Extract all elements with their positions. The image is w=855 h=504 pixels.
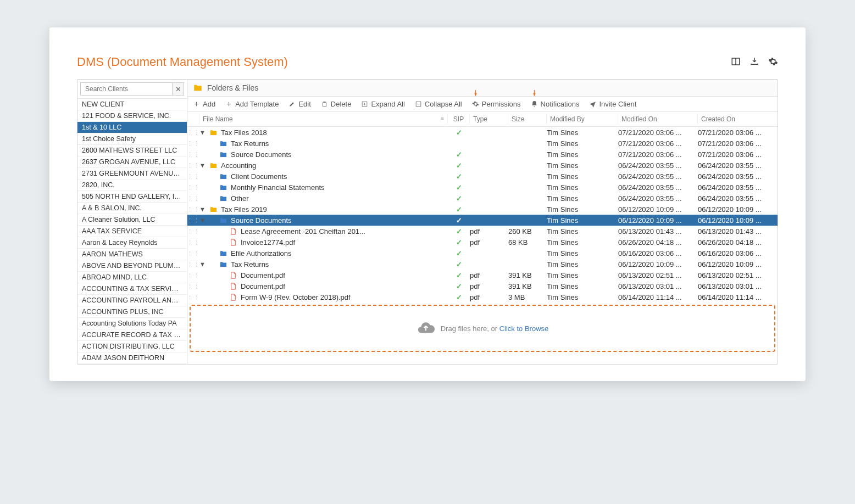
expand-toggle[interactable]: ▼ <box>199 261 209 267</box>
drag-handle-icon[interactable]: ⋮⋮ <box>187 206 199 213</box>
delete-button[interactable]: Delete <box>321 100 352 108</box>
sip-indicator: ✓ <box>448 183 470 192</box>
table-row[interactable]: ⋮⋮Source Documents✓Tim Sines07/21/2020 0… <box>187 149 778 160</box>
download-icon[interactable] <box>749 57 759 68</box>
file-name-cell: Tax Files 2019 <box>209 205 448 214</box>
client-item[interactable]: ACCOUNTING & TAX SERVICES <box>77 283 187 295</box>
clear-search-icon[interactable]: ✕ <box>173 82 184 96</box>
table-row[interactable]: ⋮⋮▼Tax Files 2018✓Tim Sines07/21/2020 03… <box>187 127 778 138</box>
client-item[interactable]: 121 FOOD & SERVICE, INC. <box>77 110 187 122</box>
expand-toggle[interactable]: ▼ <box>199 206 209 212</box>
file-name-cell: Accounting <box>209 161 448 170</box>
client-item[interactable]: Aaron & Lacey Reynolds <box>77 237 187 249</box>
notifications-button[interactable]: Notifications <box>531 100 580 108</box>
file-name-cell: Source Documents <box>209 216 448 225</box>
table-row[interactable]: ⋮⋮Form W-9 (Rev. October 2018).pdf✓pdf3 … <box>187 292 778 303</box>
client-item[interactable]: ABROAD MIND, LLC <box>77 272 187 283</box>
client-item[interactable]: 1st & 10 LLC <box>77 122 187 133</box>
drag-handle-icon[interactable]: ⋮⋮ <box>187 272 199 279</box>
table-row[interactable]: ⋮⋮▼Tax Files 2019✓Tim Sines06/12/2020 10… <box>187 204 778 215</box>
table-row[interactable]: ⋮⋮Efile Authorizations✓Tim Sines06/16/20… <box>187 248 778 259</box>
permissions-button[interactable]: Permissions <box>472 100 521 108</box>
drag-handle-icon[interactable]: ⋮⋮ <box>187 195 199 202</box>
client-item[interactable]: 2600 MATHEWS STREET LLC <box>77 145 187 156</box>
sort-icon[interactable]: ≡ <box>441 115 444 123</box>
collapse-all-button[interactable]: Collapse All <box>415 100 462 108</box>
search-input[interactable] <box>80 82 173 96</box>
client-item[interactable]: 2820, INC. <box>77 180 187 191</box>
modified-on-cell: 06/12/2020 10:09 ... <box>618 260 698 268</box>
expand-toggle[interactable]: ▼ <box>199 129 209 136</box>
col-modified-by[interactable]: Modified By <box>547 114 618 124</box>
sip-indicator: ✓ <box>448 172 470 181</box>
client-item[interactable]: 1st Choice Safety <box>77 133 187 145</box>
table-row[interactable]: ⋮⋮▼Tax Returns✓Tim Sines06/12/2020 10:09… <box>187 259 778 270</box>
client-item[interactable]: ACTION DISTRIBUTING, LLC <box>77 341 187 352</box>
col-type[interactable]: Type <box>470 114 508 124</box>
table-row[interactable]: ⋮⋮Invoice12774.pdf✓pdf68 KBTim Sines06/2… <box>187 237 778 248</box>
client-item[interactable]: AARON MATHEWS <box>77 249 187 260</box>
table-row[interactable]: ⋮⋮Lease Agreeement -201 Cheiftan 201...✓… <box>187 226 778 237</box>
table-row[interactable]: ⋮⋮Client Documents✓Tim Sines06/24/2020 0… <box>187 171 778 182</box>
invite-client-button[interactable]: Invite Client <box>589 100 636 108</box>
drag-handle-icon[interactable]: ⋮⋮ <box>187 228 199 235</box>
client-item[interactable]: 2731 GREENMOUNT AVENUE LLC <box>77 168 187 180</box>
drag-handle-icon[interactable]: ⋮⋮ <box>187 162 199 169</box>
client-item[interactable]: ACCOUNTING PLUS, INC <box>77 306 187 318</box>
drag-handle-icon[interactable]: ⋮⋮ <box>187 217 199 224</box>
table-row[interactable]: ⋮⋮Monthly Financial Statements✓Tim Sines… <box>187 182 778 193</box>
client-list[interactable]: NEW CLIENT121 FOOD & SERVICE, INC.1st & … <box>77 99 187 364</box>
table-row[interactable]: ⋮⋮Document.pdf✓pdf391 KBTim Sines06/13/2… <box>187 281 778 292</box>
client-item[interactable]: ACCURATE RECORD & TAX SERVICE <box>77 329 187 341</box>
header-icons <box>731 57 778 68</box>
panel-toggle-icon[interactable] <box>731 57 741 68</box>
col-sip[interactable]: SIP <box>448 114 470 124</box>
client-item[interactable]: 505 NORTH END GALLERY, INC <box>77 191 187 203</box>
drag-handle-icon[interactable]: ⋮⋮ <box>187 151 199 158</box>
table-row[interactable]: ⋮⋮▼Accounting✓Tim Sines06/24/2020 03:55 … <box>187 160 778 171</box>
sip-indicator: ✓ <box>448 293 470 301</box>
client-sidebar: ✕ NEW CLIENT121 FOOD & SERVICE, INC.1st … <box>77 80 187 364</box>
client-item[interactable]: A Cleaner Solution, LLC <box>77 214 187 226</box>
type-cell: pdf <box>470 271 508 279</box>
expand-toggle[interactable]: ▼ <box>199 162 209 169</box>
dropzone[interactable]: Drag files here, or Click to Browse <box>190 305 775 352</box>
col-modified-on[interactable]: Modified On <box>618 114 698 124</box>
drag-handle-icon[interactable]: ⋮⋮ <box>187 283 199 290</box>
table-row[interactable]: ⋮⋮Document.pdf✓pdf391 KBTim Sines06/13/2… <box>187 270 778 281</box>
expand-toggle[interactable]: ▼ <box>199 217 209 223</box>
drag-handle-icon[interactable]: ⋮⋮ <box>187 250 199 257</box>
col-created-on[interactable]: Created On <box>698 114 778 124</box>
table-row[interactable]: ⋮⋮▼Source Documents✓Tim Sines06/12/2020 … <box>187 215 778 226</box>
drag-handle-icon[interactable]: ⋮⋮ <box>187 239 199 246</box>
col-filename[interactable]: File Name≡ <box>199 114 448 124</box>
edit-button[interactable]: Edit <box>288 100 310 108</box>
size-cell: 3 MB <box>508 293 547 301</box>
drag-handle-icon[interactable]: ⋮⋮ <box>187 184 199 191</box>
browse-link[interactable]: Click to Browse <box>499 324 549 333</box>
table-row[interactable]: ⋮⋮Other✓Tim Sines06/24/2020 03:55 ...06/… <box>187 193 778 204</box>
client-item[interactable]: Accounting Solutions Today PA <box>77 318 187 329</box>
drag-handle-icon[interactable]: ⋮⋮ <box>187 129 199 136</box>
modified-on-cell: 06/13/2020 03:01 ... <box>618 282 698 290</box>
file-name: Efile Authorizations <box>231 249 292 257</box>
gear-icon[interactable] <box>768 57 778 68</box>
client-item[interactable]: ABOVE AND BEYOND PLUMBING & ... <box>77 260 187 272</box>
type-cell: pdf <box>470 227 508 236</box>
drag-handle-icon[interactable]: ⋮⋮ <box>187 294 199 301</box>
client-item[interactable]: AAA TAX SERVICE <box>77 226 187 237</box>
client-item[interactable]: A & B SALON, INC. <box>77 203 187 214</box>
add-template-button[interactable]: Add Template <box>225 100 279 108</box>
col-size[interactable]: Size <box>508 114 547 124</box>
client-item[interactable]: ACCOUNTING PAYROLL AND TAX S... <box>77 295 187 306</box>
expand-all-button[interactable]: Expand All <box>361 100 404 108</box>
drag-handle-icon[interactable]: ⋮⋮ <box>187 173 199 180</box>
table-row[interactable]: ⋮⋮Tax ReturnsTim Sines07/21/2020 03:06 .… <box>187 138 778 149</box>
client-item[interactable]: NEW CLIENT <box>77 99 187 110</box>
drag-handle-icon[interactable]: ⋮⋮ <box>187 140 199 147</box>
add-button[interactable]: Add <box>193 100 215 108</box>
client-item[interactable]: ADAM JASON DEITHORN <box>77 352 187 364</box>
created-on-cell: 06/24/2020 03:55 ... <box>698 183 778 192</box>
drag-handle-icon[interactable]: ⋮⋮ <box>187 261 199 268</box>
client-item[interactable]: 2637 GROGAN AVENUE, LLC <box>77 156 187 168</box>
